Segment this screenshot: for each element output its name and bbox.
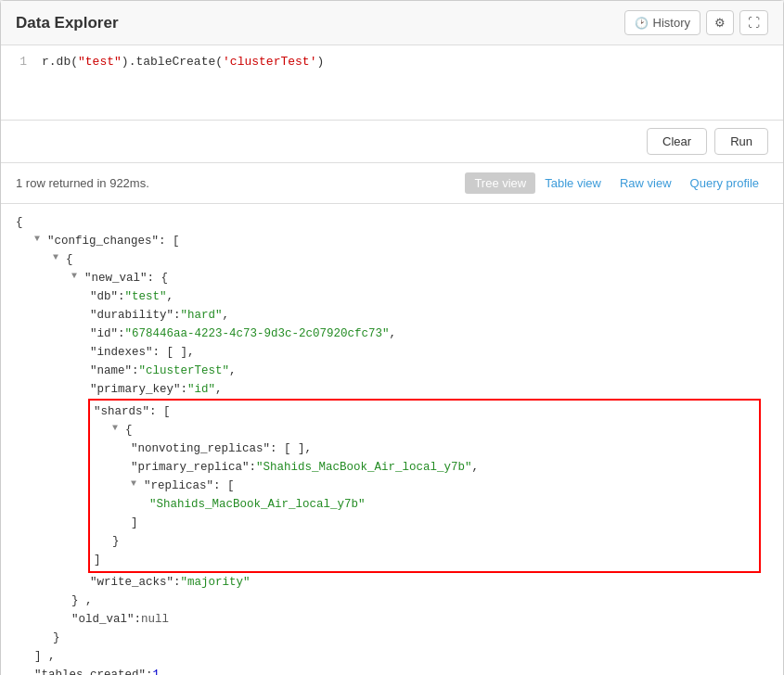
json-line: "indexes": [ ], xyxy=(16,343,768,362)
json-output: { ▼ "config_changes": [ ▼ { ▼ "new_val":… xyxy=(1,204,783,675)
code-string1: "test" xyxy=(78,55,122,69)
json-line: "shards": [ xyxy=(94,402,755,421)
toggle-arrow[interactable]: ▼ xyxy=(112,421,125,436)
toggle-arrow[interactable]: ▼ xyxy=(71,269,84,284)
json-line: ] , xyxy=(16,647,768,666)
code-string2: 'clusterTest' xyxy=(223,55,316,69)
settings-button[interactable]: ⚙ xyxy=(706,10,734,35)
code-plain3: ) xyxy=(316,55,324,69)
titlebar: Data Explorer 🕑 History ⚙ ⛶ xyxy=(1,1,783,45)
json-line: ▼ "new_val": { xyxy=(16,269,768,287)
code-editor-area: 1 r.db("test").tableCreate('clusterTest'… xyxy=(1,45,783,121)
json-line: "name": "clusterTest" , xyxy=(16,362,768,380)
code-plain2: ).tableCreate( xyxy=(122,55,223,69)
tab-raw-view[interactable]: Raw view xyxy=(610,172,681,194)
code-plain: r.db( xyxy=(42,55,78,69)
json-line: "nonvoting_replicas": [ ], xyxy=(94,439,755,458)
titlebar-buttons: 🕑 History ⚙ ⛶ xyxy=(624,10,768,35)
history-button[interactable]: 🕑 History xyxy=(624,10,700,35)
expand-icon: ⛶ xyxy=(748,16,760,30)
json-line: ▼ "config_changes": [ xyxy=(16,232,768,250)
json-line: "write_acks": "majority" xyxy=(16,573,768,592)
toggle-arrow[interactable]: ▼ xyxy=(53,250,66,265)
tab-tree-view[interactable]: Tree view xyxy=(465,172,535,194)
json-line: "db": "test" , xyxy=(16,287,768,306)
json-line: "durability": "hard" , xyxy=(16,306,768,325)
json-line: { xyxy=(16,213,768,232)
toggle-arrow[interactable]: ▼ xyxy=(131,477,144,491)
json-line: ▼ { xyxy=(94,421,755,439)
json-line: "Shahids_MacBook_Air_local_y7b" xyxy=(94,495,755,514)
run-button[interactable]: Run xyxy=(714,128,768,155)
json-line: } xyxy=(16,629,768,647)
highlighted-shards-block: "shards": [ ▼ { "nonvoting_replicas": [ … xyxy=(88,399,761,573)
main-window: Data Explorer 🕑 History ⚙ ⛶ 1 r.db("test… xyxy=(0,0,784,675)
page-title: Data Explorer xyxy=(16,14,119,32)
clear-button[interactable]: Clear xyxy=(647,128,707,155)
result-header: 1 row returned in 922ms. Tree view Table… xyxy=(1,163,783,204)
json-line: ▼ "replicas": [ xyxy=(94,477,755,495)
code-editor[interactable]: r.db("test").tableCreate('clusterTest') xyxy=(34,53,783,112)
line-numbers: 1 xyxy=(1,53,34,112)
view-tabs: Tree view Table view Raw view Query prof… xyxy=(465,172,768,194)
toggle-arrow[interactable]: ▼ xyxy=(34,232,47,247)
json-line: } xyxy=(94,532,755,551)
expand-button[interactable]: ⛶ xyxy=(739,10,768,35)
toolbar: Clear Run xyxy=(1,121,783,163)
history-icon: 🕑 xyxy=(635,17,649,30)
json-line: ▼ { xyxy=(16,250,768,269)
json-line: "tables_created": 1 xyxy=(16,666,768,675)
tab-query-profile[interactable]: Query profile xyxy=(681,172,768,194)
json-line: "id": "678446aa-4223-4c73-9d3c-2c07920cf… xyxy=(16,325,768,343)
json-line: "primary_replica": "Shahids_MacBook_Air_… xyxy=(94,458,755,477)
json-line: ] xyxy=(94,551,755,569)
json-line: "old_val": null xyxy=(16,610,768,629)
gear-icon: ⚙ xyxy=(714,16,726,30)
result-status: 1 row returned in 922ms. xyxy=(16,176,149,190)
json-line: "primary_key": "id" , xyxy=(16,380,768,399)
json-line: } , xyxy=(16,592,768,610)
json-line: ] xyxy=(94,514,755,532)
tab-table-view[interactable]: Table view xyxy=(535,172,610,194)
